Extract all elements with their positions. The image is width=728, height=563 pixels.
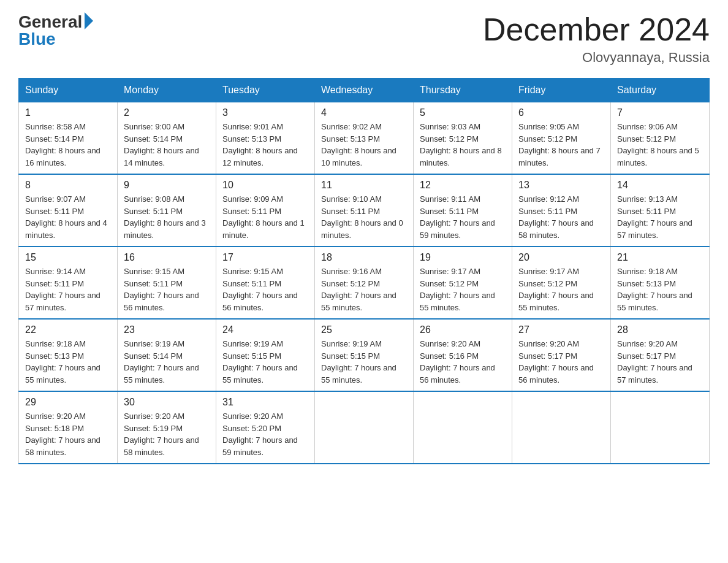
day-number: 11 bbox=[321, 180, 407, 191]
day-info: Sunrise: 8:58 AMSunset: 5:14 PMDaylight:… bbox=[25, 121, 111, 169]
day-number: 21 bbox=[617, 252, 703, 263]
day-info: Sunrise: 9:20 AMSunset: 5:20 PMDaylight:… bbox=[222, 410, 308, 458]
calendar-cell bbox=[414, 391, 512, 464]
day-info: Sunrise: 9:12 AMSunset: 5:11 PMDaylight:… bbox=[518, 193, 604, 241]
day-of-week-header: Friday bbox=[512, 79, 611, 102]
calendar-cell: 17Sunrise: 9:15 AMSunset: 5:11 PMDayligh… bbox=[216, 247, 315, 319]
logo: General Blue bbox=[18, 12, 93, 49]
day-number: 1 bbox=[25, 107, 111, 118]
day-number: 13 bbox=[518, 180, 604, 191]
day-number: 2 bbox=[124, 107, 210, 118]
day-number: 16 bbox=[124, 252, 210, 263]
calendar-cell: 29Sunrise: 9:20 AMSunset: 5:18 PMDayligh… bbox=[19, 391, 118, 464]
calendar-cell: 15Sunrise: 9:14 AMSunset: 5:11 PMDayligh… bbox=[19, 247, 118, 319]
day-info: Sunrise: 9:00 AMSunset: 5:14 PMDaylight:… bbox=[124, 121, 210, 169]
day-number: 20 bbox=[518, 252, 604, 263]
day-info: Sunrise: 9:01 AMSunset: 5:13 PMDaylight:… bbox=[222, 121, 308, 169]
day-number: 8 bbox=[25, 180, 111, 191]
calendar-cell: 4Sunrise: 9:02 AMSunset: 5:13 PMDaylight… bbox=[315, 102, 414, 175]
calendar-cell: 19Sunrise: 9:17 AMSunset: 5:12 PMDayligh… bbox=[414, 247, 512, 319]
day-info: Sunrise: 9:06 AMSunset: 5:12 PMDaylight:… bbox=[617, 121, 703, 169]
calendar-week-row: 29Sunrise: 9:20 AMSunset: 5:18 PMDayligh… bbox=[19, 391, 710, 464]
calendar-cell: 6Sunrise: 9:05 AMSunset: 5:12 PMDaylight… bbox=[512, 102, 611, 175]
logo-blue-text: Blue bbox=[18, 29, 56, 49]
calendar-cell: 13Sunrise: 9:12 AMSunset: 5:11 PMDayligh… bbox=[512, 174, 611, 247]
location-subtitle: Olovyannaya, Russia bbox=[483, 50, 710, 66]
day-number: 5 bbox=[420, 107, 506, 118]
day-number: 7 bbox=[617, 107, 703, 118]
day-info: Sunrise: 9:20 AMSunset: 5:19 PMDaylight:… bbox=[124, 410, 210, 458]
day-info: Sunrise: 9:07 AMSunset: 5:11 PMDaylight:… bbox=[25, 193, 111, 241]
calendar-cell: 18Sunrise: 9:16 AMSunset: 5:12 PMDayligh… bbox=[315, 247, 414, 319]
day-number: 23 bbox=[124, 324, 210, 335]
calendar-week-row: 8Sunrise: 9:07 AMSunset: 5:11 PMDaylight… bbox=[19, 174, 710, 247]
day-number: 22 bbox=[25, 324, 111, 335]
calendar-cell: 7Sunrise: 9:06 AMSunset: 5:12 PMDaylight… bbox=[611, 102, 710, 175]
day-info: Sunrise: 9:18 AMSunset: 5:13 PMDaylight:… bbox=[25, 338, 111, 386]
calendar-cell: 26Sunrise: 9:20 AMSunset: 5:16 PMDayligh… bbox=[414, 319, 512, 391]
day-of-week-header: Thursday bbox=[414, 79, 512, 102]
day-of-week-header: Wednesday bbox=[315, 79, 414, 102]
calendar-week-row: 22Sunrise: 9:18 AMSunset: 5:13 PMDayligh… bbox=[19, 319, 710, 391]
day-of-week-header: Saturday bbox=[611, 79, 710, 102]
calendar-cell: 11Sunrise: 9:10 AMSunset: 5:11 PMDayligh… bbox=[315, 174, 414, 247]
calendar-cell: 20Sunrise: 9:17 AMSunset: 5:12 PMDayligh… bbox=[512, 247, 611, 319]
calendar-cell: 1Sunrise: 8:58 AMSunset: 5:14 PMDaylight… bbox=[19, 102, 118, 175]
day-number: 31 bbox=[222, 397, 308, 408]
day-info: Sunrise: 9:20 AMSunset: 5:16 PMDaylight:… bbox=[420, 338, 506, 386]
day-info: Sunrise: 9:15 AMSunset: 5:11 PMDaylight:… bbox=[222, 266, 308, 313]
day-info: Sunrise: 9:13 AMSunset: 5:11 PMDaylight:… bbox=[617, 193, 703, 241]
day-info: Sunrise: 9:08 AMSunset: 5:11 PMDaylight:… bbox=[124, 193, 210, 241]
day-info: Sunrise: 9:03 AMSunset: 5:12 PMDaylight:… bbox=[420, 121, 506, 169]
day-number: 3 bbox=[222, 107, 308, 118]
day-info: Sunrise: 9:20 AMSunset: 5:17 PMDaylight:… bbox=[518, 338, 604, 386]
day-number: 9 bbox=[124, 180, 210, 191]
day-info: Sunrise: 9:19 AMSunset: 5:14 PMDaylight:… bbox=[124, 338, 210, 386]
title-block: December 2024 Olovyannaya, Russia bbox=[483, 12, 710, 66]
day-info: Sunrise: 9:20 AMSunset: 5:18 PMDaylight:… bbox=[25, 410, 111, 458]
day-number: 29 bbox=[25, 397, 111, 408]
calendar-cell bbox=[611, 391, 710, 464]
calendar-cell: 9Sunrise: 9:08 AMSunset: 5:11 PMDaylight… bbox=[118, 174, 216, 247]
calendar-week-row: 15Sunrise: 9:14 AMSunset: 5:11 PMDayligh… bbox=[19, 247, 710, 319]
day-info: Sunrise: 9:15 AMSunset: 5:11 PMDaylight:… bbox=[124, 266, 210, 313]
calendar-cell: 16Sunrise: 9:15 AMSunset: 5:11 PMDayligh… bbox=[118, 247, 216, 319]
day-number: 15 bbox=[25, 252, 111, 263]
day-number: 19 bbox=[420, 252, 506, 263]
calendar-cell bbox=[512, 391, 611, 464]
day-info: Sunrise: 9:18 AMSunset: 5:13 PMDaylight:… bbox=[617, 266, 703, 313]
month-title: December 2024 bbox=[483, 12, 710, 47]
calendar-cell: 27Sunrise: 9:20 AMSunset: 5:17 PMDayligh… bbox=[512, 319, 611, 391]
day-info: Sunrise: 9:20 AMSunset: 5:17 PMDaylight:… bbox=[617, 338, 703, 386]
calendar-cell: 21Sunrise: 9:18 AMSunset: 5:13 PMDayligh… bbox=[611, 247, 710, 319]
day-info: Sunrise: 9:17 AMSunset: 5:12 PMDaylight:… bbox=[518, 266, 604, 313]
calendar-cell: 3Sunrise: 9:01 AMSunset: 5:13 PMDaylight… bbox=[216, 102, 315, 175]
day-number: 6 bbox=[518, 107, 604, 118]
day-info: Sunrise: 9:05 AMSunset: 5:12 PMDaylight:… bbox=[518, 121, 604, 169]
day-number: 25 bbox=[321, 324, 407, 335]
calendar-cell: 5Sunrise: 9:03 AMSunset: 5:12 PMDaylight… bbox=[414, 102, 512, 175]
day-of-week-header: Tuesday bbox=[216, 79, 315, 102]
day-info: Sunrise: 9:11 AMSunset: 5:11 PMDaylight:… bbox=[420, 193, 506, 241]
day-info: Sunrise: 9:17 AMSunset: 5:12 PMDaylight:… bbox=[420, 266, 506, 313]
calendar-cell: 2Sunrise: 9:00 AMSunset: 5:14 PMDaylight… bbox=[118, 102, 216, 175]
calendar-header-row: SundayMondayTuesdayWednesdayThursdayFrid… bbox=[19, 79, 710, 102]
calendar-cell: 8Sunrise: 9:07 AMSunset: 5:11 PMDaylight… bbox=[19, 174, 118, 247]
calendar-cell: 14Sunrise: 9:13 AMSunset: 5:11 PMDayligh… bbox=[611, 174, 710, 247]
logo-arrow-icon bbox=[85, 12, 93, 29]
calendar-table: SundayMondayTuesdayWednesdayThursdayFrid… bbox=[18, 78, 710, 464]
page-header: General Blue December 2024 Olovyannaya, … bbox=[18, 12, 710, 66]
day-number: 12 bbox=[420, 180, 506, 191]
day-number: 24 bbox=[222, 324, 308, 335]
day-info: Sunrise: 9:02 AMSunset: 5:13 PMDaylight:… bbox=[321, 121, 407, 169]
day-info: Sunrise: 9:19 AMSunset: 5:15 PMDaylight:… bbox=[321, 338, 407, 386]
day-number: 30 bbox=[124, 397, 210, 408]
day-info: Sunrise: 9:10 AMSunset: 5:11 PMDaylight:… bbox=[321, 193, 407, 241]
calendar-week-row: 1Sunrise: 8:58 AMSunset: 5:14 PMDaylight… bbox=[19, 102, 710, 175]
calendar-cell: 22Sunrise: 9:18 AMSunset: 5:13 PMDayligh… bbox=[19, 319, 118, 391]
day-number: 26 bbox=[420, 324, 506, 335]
calendar-cell: 28Sunrise: 9:20 AMSunset: 5:17 PMDayligh… bbox=[611, 319, 710, 391]
calendar-cell: 25Sunrise: 9:19 AMSunset: 5:15 PMDayligh… bbox=[315, 319, 414, 391]
calendar-cell: 23Sunrise: 9:19 AMSunset: 5:14 PMDayligh… bbox=[118, 319, 216, 391]
calendar-cell: 12Sunrise: 9:11 AMSunset: 5:11 PMDayligh… bbox=[414, 174, 512, 247]
